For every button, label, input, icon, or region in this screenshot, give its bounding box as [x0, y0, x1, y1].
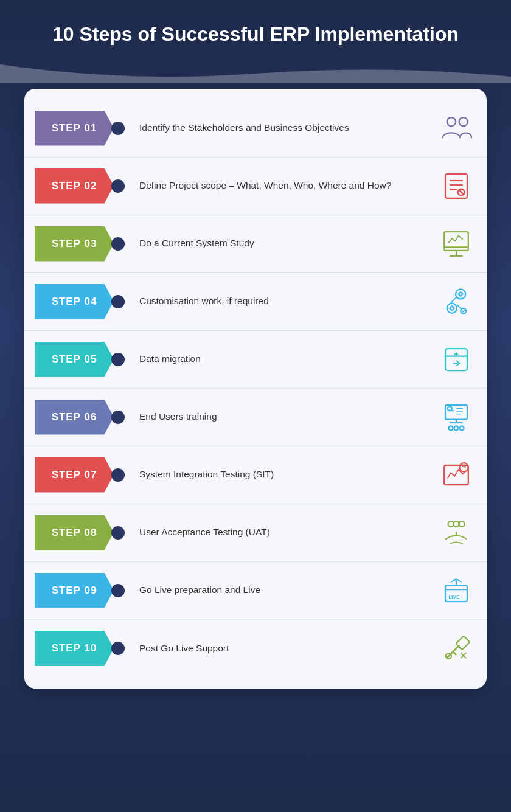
- table-row: STEP 03 Do a Current System Study: [24, 215, 487, 273]
- sit-icon: [426, 446, 487, 504]
- go-live-icon: LIVE: [426, 562, 487, 619]
- svg-point-13: [461, 308, 466, 313]
- step-desc-09: Go Live preparation and Live: [125, 562, 426, 619]
- svg-point-10: [447, 303, 457, 313]
- connector-dot-10: [111, 642, 125, 655]
- svg-line-39: [453, 651, 456, 654]
- svg-point-30: [448, 521, 454, 527]
- step-desc-03: Do a Current System Study: [125, 215, 426, 272]
- step-desc-08: User Acceptance Testing (UAT): [125, 504, 426, 561]
- table-row: STEP 09 Go Live preparation and Live LIV…: [24, 562, 487, 620]
- svg-text:LIVE: LIVE: [448, 594, 460, 599]
- support-icon: [426, 620, 487, 678]
- step-desc-02: Define Project scope – What, When, Who, …: [125, 158, 426, 215]
- svg-point-31: [454, 521, 459, 527]
- step-desc-06: End Users training: [125, 389, 426, 446]
- project-scope-icon: [426, 158, 487, 215]
- training-icon: [426, 389, 487, 446]
- connector-dot-08: [111, 526, 125, 540]
- step-badge-03: STEP 03: [35, 226, 114, 262]
- svg-point-11: [450, 307, 453, 310]
- connector-dot-01: [111, 122, 125, 135]
- connector-dot-03: [111, 237, 125, 251]
- svg-rect-28: [444, 465, 468, 484]
- connector-dot-02: [111, 179, 125, 193]
- step-label-col-02: STEP 02: [24, 158, 125, 215]
- svg-rect-14: [445, 349, 467, 370]
- system-study-icon: [426, 215, 487, 272]
- step-badge-01: STEP 01: [35, 111, 114, 146]
- customisation-icon: [426, 273, 487, 330]
- table-row: STEP 08 User Acceptance Testing (UAT): [24, 504, 487, 562]
- step-label-col-06: STEP 06: [24, 389, 125, 446]
- uat-icon: [426, 504, 487, 561]
- svg-point-20: [448, 426, 453, 430]
- data-migration-icon: [426, 331, 487, 388]
- step-badge-06: STEP 06: [35, 400, 114, 435]
- step-desc-10: Post Go Live Support: [125, 620, 426, 678]
- step-label-col-07: STEP 07: [24, 446, 125, 504]
- connector-dot-04: [111, 295, 125, 308]
- table-row: STEP 04 Customisation work, if required: [24, 273, 487, 331]
- table-row: STEP 05 Data migration: [24, 331, 487, 389]
- step-badge-09: STEP 09: [35, 573, 114, 608]
- step-badge-08: STEP 08: [35, 515, 114, 550]
- step-desc-04: Customisation work, if required: [125, 273, 426, 330]
- step-label-col-01: STEP 01: [24, 100, 125, 157]
- step-desc-07: System Integration Testing (SIT): [125, 446, 426, 504]
- stakeholders-icon: [426, 100, 487, 157]
- connector-dot-09: [111, 584, 125, 597]
- wave-divider: [0, 64, 511, 83]
- step-label-col-03: STEP 03: [24, 215, 125, 272]
- step-badge-07: STEP 07: [35, 457, 114, 493]
- step-badge-04: STEP 04: [35, 284, 114, 319]
- table-row: STEP 07 System Integration Testing (SIT): [24, 446, 487, 504]
- step-label-col-10: STEP 10: [24, 620, 125, 678]
- steps-card: STEP 01 Identify the Stakeholders and Bu…: [24, 89, 487, 689]
- connector-dot-06: [111, 411, 125, 424]
- svg-point-22: [459, 426, 464, 430]
- page-title: 10 Steps of Successful ERP Implementatio…: [52, 22, 459, 47]
- step-desc-01: Identify the Stakeholders and Business O…: [125, 100, 426, 157]
- step-badge-10: STEP 10: [35, 631, 114, 666]
- svg-point-27: [448, 406, 452, 411]
- svg-point-8: [456, 289, 465, 299]
- table-row: STEP 02 Define Project scope – What, Whe…: [24, 158, 487, 215]
- svg-point-0: [447, 117, 456, 126]
- step-desc-05: Data migration: [125, 331, 426, 388]
- svg-point-9: [459, 292, 462, 295]
- step-label-col-09: STEP 09: [24, 562, 125, 619]
- step-badge-05: STEP 05: [35, 342, 114, 377]
- table-row: STEP 10 Post Go Live Support: [24, 620, 487, 678]
- svg-line-38: [447, 645, 460, 659]
- svg-point-21: [454, 426, 458, 430]
- step-label-col-04: STEP 04: [24, 273, 125, 330]
- table-row: STEP 06 End Users training: [24, 389, 487, 446]
- step-badge-02: STEP 02: [35, 168, 114, 204]
- connector-dot-05: [111, 353, 125, 366]
- step-label-col-08: STEP 08: [24, 504, 125, 561]
- svg-point-1: [459, 117, 468, 126]
- step-label-col-05: STEP 05: [24, 331, 125, 388]
- svg-point-32: [459, 521, 465, 527]
- table-row: STEP 01 Identify the Stakeholders and Bu…: [24, 100, 487, 158]
- page-header: 10 Steps of Successful ERP Implementatio…: [40, 0, 471, 64]
- connector-dot-07: [111, 468, 125, 482]
